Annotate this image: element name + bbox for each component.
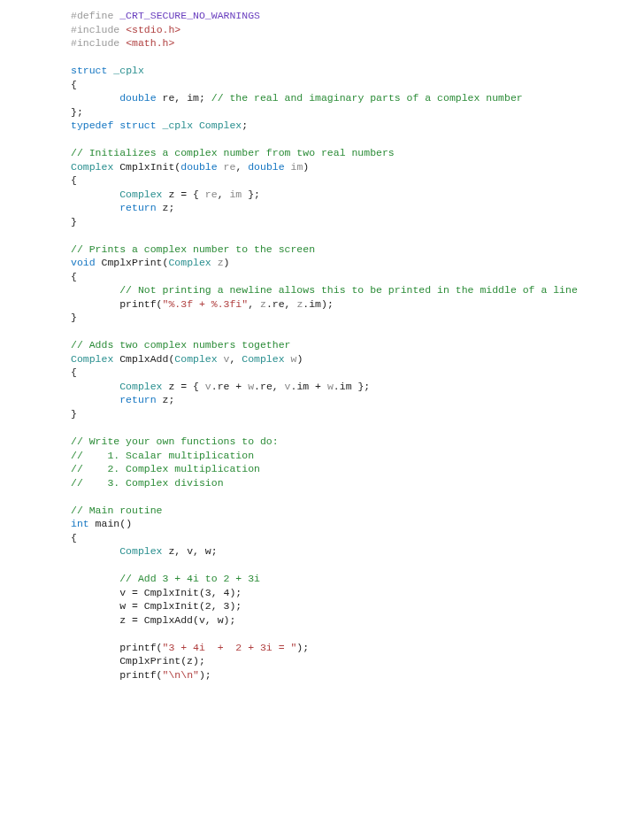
token: printf( bbox=[71, 669, 163, 681]
token: w bbox=[327, 381, 334, 392]
token: .re, bbox=[254, 381, 285, 392]
token: ; bbox=[242, 119, 248, 131]
token: #include bbox=[71, 37, 126, 49]
token: { bbox=[71, 174, 77, 186]
token: #include bbox=[71, 24, 126, 35]
token: { bbox=[71, 79, 77, 90]
token: }; bbox=[242, 189, 260, 200]
token: struct bbox=[71, 65, 107, 76]
token: // Not printing a newline allows this to… bbox=[71, 284, 578, 296]
token: // the real and imaginary parts of a com… bbox=[211, 92, 523, 104]
token: double bbox=[248, 161, 284, 173]
token: z = { bbox=[163, 381, 205, 392]
token: // Adds two complex numbers together bbox=[71, 339, 290, 351]
token: v = CmplxInit(3, 4); bbox=[71, 587, 242, 598]
token: z = { bbox=[163, 189, 205, 200]
token: { bbox=[71, 271, 77, 282]
token: // Main routine bbox=[71, 505, 163, 516]
token: struct bbox=[113, 119, 156, 131]
token: double bbox=[180, 161, 217, 173]
token: Complex bbox=[168, 257, 211, 268]
token: , bbox=[218, 189, 230, 200]
token: .im }; bbox=[334, 381, 370, 392]
token: <math.h> bbox=[126, 37, 174, 49]
token: Complex bbox=[193, 119, 242, 131]
token: z; bbox=[157, 394, 175, 405]
token: Complex bbox=[242, 353, 284, 365]
token: #define bbox=[71, 10, 119, 21]
token: z bbox=[211, 257, 224, 268]
token: Complex bbox=[71, 545, 163, 557]
token: , bbox=[248, 298, 260, 310]
token: // 2. Complex multiplication bbox=[71, 463, 260, 474]
token: v bbox=[205, 381, 211, 392]
token: void bbox=[71, 257, 96, 268]
token: // Initializes a complex number from two… bbox=[71, 147, 395, 158]
token: z = CmplxAdd(v, w); bbox=[71, 614, 235, 626]
token: re, im; bbox=[157, 92, 211, 104]
token: } bbox=[71, 216, 77, 227]
token: im bbox=[229, 189, 242, 200]
token: Complex bbox=[71, 353, 113, 365]
token: _CRT_SECURE_NO_WARNINGS bbox=[119, 10, 260, 21]
token: printf( bbox=[71, 642, 163, 653]
token: } bbox=[71, 408, 77, 420]
token: w bbox=[285, 353, 297, 365]
token: CmplxPrint(z); bbox=[71, 655, 205, 667]
token: .im); bbox=[303, 298, 334, 310]
token: CmplxInit( bbox=[113, 161, 180, 173]
token: <stdio.h> bbox=[126, 24, 180, 35]
token: .im + bbox=[291, 381, 327, 392]
token: double bbox=[71, 92, 157, 104]
token: v bbox=[218, 353, 230, 365]
token: z, v, w; bbox=[163, 545, 218, 557]
token: _cplx bbox=[107, 65, 143, 76]
token: // 3. Complex division bbox=[71, 477, 224, 489]
token: main() bbox=[89, 518, 132, 529]
token: z bbox=[260, 298, 266, 310]
token: , bbox=[235, 161, 248, 173]
token: // 1. Scalar multiplication bbox=[71, 450, 254, 461]
token: "%.3f + %.3fi" bbox=[163, 298, 249, 310]
token: "\n\n" bbox=[163, 669, 199, 681]
token: CmplxPrint( bbox=[96, 257, 169, 268]
token: Complex bbox=[71, 161, 113, 173]
token: ); bbox=[296, 642, 309, 653]
token: w = CmplxInit(2, 3); bbox=[71, 600, 242, 612]
token: // Prints a complex number to the screen bbox=[71, 243, 315, 255]
token: _cplx bbox=[157, 119, 193, 131]
token: return bbox=[71, 202, 157, 213]
token: Complex bbox=[174, 353, 217, 365]
token: .re, bbox=[266, 298, 297, 310]
token: typedef bbox=[71, 119, 113, 131]
token: { bbox=[71, 366, 77, 378]
code-block-page1: #define _CRT_SECURE_NO_WARNINGS #include… bbox=[0, 0, 637, 690]
token: re bbox=[205, 189, 218, 200]
token: Complex bbox=[71, 381, 163, 392]
token: }; bbox=[71, 106, 83, 118]
token: re bbox=[218, 161, 236, 173]
token: // Write your own functions to do: bbox=[71, 435, 279, 447]
token: } bbox=[71, 312, 77, 323]
token: CmplxAdd( bbox=[113, 353, 174, 365]
token: ) bbox=[296, 353, 303, 365]
token: v bbox=[285, 381, 291, 392]
token: { bbox=[71, 532, 77, 543]
token: // Add 3 + 4i to 2 + 3i bbox=[71, 573, 260, 584]
page-gap bbox=[0, 690, 637, 840]
token: z; bbox=[157, 202, 175, 213]
token: im bbox=[285, 161, 303, 173]
token: , bbox=[229, 353, 242, 365]
token: "3 + 4i + 2 + 3i = " bbox=[163, 642, 297, 653]
token: printf( bbox=[71, 298, 163, 310]
token: ) bbox=[303, 161, 309, 173]
token: .re + bbox=[211, 381, 248, 392]
token: ) bbox=[224, 257, 230, 268]
token: ); bbox=[199, 669, 211, 681]
token: int bbox=[71, 518, 89, 529]
token: Complex bbox=[71, 189, 163, 200]
token: return bbox=[71, 394, 157, 405]
